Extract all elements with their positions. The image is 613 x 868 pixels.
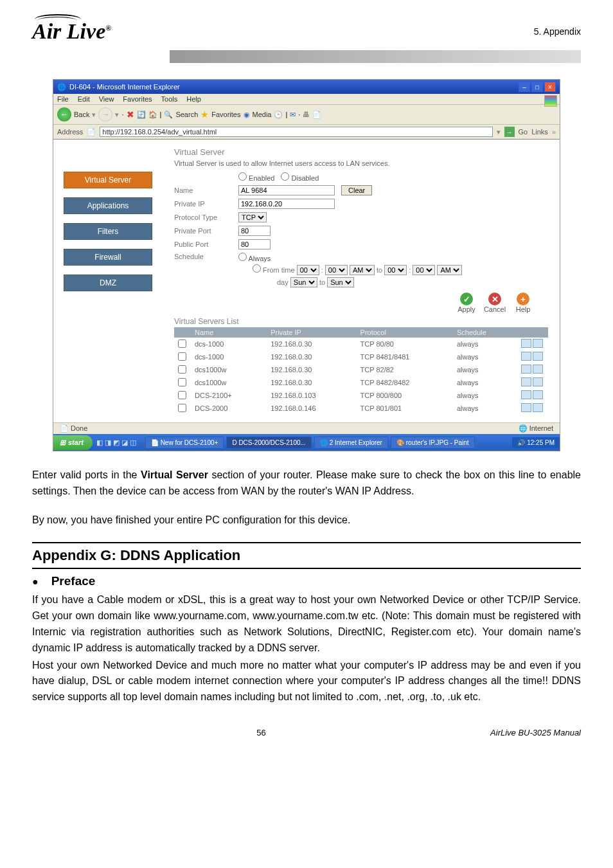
menu-tools[interactable]: Tools: [161, 95, 178, 103]
from-ampm-select[interactable]: AM: [350, 265, 375, 275]
menu-file[interactable]: File: [57, 95, 69, 103]
name-input[interactable]: [238, 185, 335, 195]
task-item[interactable]: 📄 New for DCS-2100+: [145, 437, 224, 449]
start-icon: ⊞: [60, 439, 66, 447]
cancel-button[interactable]: ✕: [488, 293, 501, 305]
history-icon[interactable]: 🕒: [274, 111, 283, 119]
to-ampm-select[interactable]: AM: [437, 265, 462, 275]
row-checkbox[interactable]: [178, 365, 186, 374]
edit-icon[interactable]: [521, 403, 531, 412]
from-day-select[interactable]: Sun: [290, 277, 317, 287]
links-label[interactable]: Links: [531, 128, 548, 136]
paragraph-2: By now, you have finished your entire PC…: [32, 512, 581, 529]
edit-icon[interactable]: [521, 377, 531, 386]
public-port-input[interactable]: [238, 239, 271, 249]
nav-dmz[interactable]: DMZ: [64, 275, 152, 291]
from-hour-select[interactable]: 00: [297, 265, 319, 275]
appendix-label: 5. Appendix: [534, 26, 581, 37]
private-port-label: Private Port: [174, 227, 232, 235]
ie-throbber-icon: [544, 95, 557, 107]
row-checkbox[interactable]: [178, 339, 186, 348]
edit-icon[interactable]: 📄: [312, 111, 321, 119]
page-footer: 56 AirLive BU-3025 Manual: [32, 728, 581, 737]
ie-menubar: File Edit View Favorites Tools Help: [53, 94, 560, 105]
row-checkbox[interactable]: [178, 352, 186, 361]
apply-button[interactable]: ✓: [460, 293, 473, 305]
quick-launch-icon[interactable]: ◩: [113, 439, 120, 447]
to-day-select[interactable]: Sun: [327, 277, 354, 287]
quick-launch-icon[interactable]: ◫: [130, 439, 136, 447]
menu-help[interactable]: Help: [186, 95, 201, 103]
refresh-icon[interactable]: 🔄: [137, 111, 146, 119]
menu-favorites[interactable]: Favorites: [123, 95, 152, 103]
to-hour-select[interactable]: 00: [384, 265, 407, 275]
delete-icon[interactable]: [533, 403, 543, 412]
table-row: dcs1000w192.168.0.30TCP 8482/8482always: [174, 376, 548, 389]
forward-button[interactable]: →: [98, 107, 112, 122]
airlive-logo: Air Live®: [32, 19, 111, 44]
back-button[interactable]: ←: [57, 107, 71, 122]
private-ip-input[interactable]: [238, 199, 335, 209]
disabled-radio[interactable]: Disabled: [281, 172, 319, 182]
print-icon[interactable]: 🖶: [303, 111, 310, 118]
media-label: Media: [253, 111, 272, 118]
menu-edit[interactable]: Edit: [78, 95, 90, 103]
menu-view[interactable]: View: [99, 95, 114, 103]
schedule-from-radio[interactable]: From: [253, 266, 280, 274]
home-icon[interactable]: 🏠: [148, 111, 157, 119]
media-icon[interactable]: ◉: [244, 111, 250, 119]
stop-icon[interactable]: ✖: [127, 109, 134, 120]
help-button[interactable]: +: [517, 293, 529, 305]
nav-filters[interactable]: Filters: [64, 223, 152, 240]
delete-icon[interactable]: [533, 339, 543, 348]
delete-icon[interactable]: [533, 352, 543, 361]
favorites-icon[interactable]: ★: [200, 109, 209, 120]
row-checkbox[interactable]: [178, 378, 186, 386]
minimize-button[interactable]: –: [519, 82, 530, 92]
row-checkbox[interactable]: [178, 404, 186, 412]
address-input[interactable]: [100, 127, 492, 137]
preface-heading: Preface: [51, 574, 96, 588]
quick-launch-icon[interactable]: ◨: [105, 439, 111, 447]
nav-virtual-server[interactable]: Virtual Server: [64, 172, 152, 188]
search-label: Search: [175, 111, 198, 118]
delete-icon[interactable]: [533, 377, 543, 386]
header-divider: [32, 50, 581, 63]
quick-launch-icon[interactable]: ◪: [121, 439, 128, 447]
task-item[interactable]: 🎨 router's IP.JPG - Paint: [391, 437, 475, 449]
nav-applications[interactable]: Applications: [64, 197, 152, 214]
task-item[interactable]: D DCS-2000/DCS-2100...: [226, 437, 312, 449]
delete-icon[interactable]: [533, 365, 543, 374]
delete-icon[interactable]: [533, 390, 543, 399]
taskbar: ⊞start ◧ ◨ ◩ ◪ ◫ 📄 New for DCS-2100+ D D…: [53, 434, 560, 451]
mail-icon[interactable]: ✉: [290, 111, 296, 119]
help-label: Help: [516, 305, 531, 313]
edit-icon[interactable]: [521, 339, 531, 348]
row-checkbox[interactable]: [178, 391, 186, 399]
apply-label: Apply: [458, 305, 475, 313]
task-item[interactable]: 🌐 2 Internet Explorer: [314, 437, 388, 449]
from-min-select[interactable]: 00: [325, 265, 348, 275]
go-button[interactable]: →: [504, 127, 515, 137]
clear-button[interactable]: Clear: [341, 185, 372, 195]
close-button[interactable]: ×: [544, 82, 556, 92]
name-label: Name: [174, 186, 232, 194]
private-port-input[interactable]: [238, 226, 271, 236]
maximize-button[interactable]: □: [531, 82, 543, 92]
edit-icon[interactable]: [521, 352, 531, 361]
start-button[interactable]: ⊞start: [53, 435, 93, 450]
enabled-radio[interactable]: Enabled: [238, 172, 274, 182]
quick-launch-icon[interactable]: ◧: [96, 439, 103, 447]
system-tray[interactable]: 🔊 12:25 PM: [512, 437, 560, 448]
public-port-label: Public Port: [174, 240, 232, 248]
edit-icon[interactable]: [521, 390, 531, 399]
status-bar: 📄 Done 🌐 Internet: [53, 422, 560, 434]
to-min-select[interactable]: 00: [413, 265, 435, 275]
sidenav: Virtual Server Applications Filters Fire…: [53, 140, 163, 422]
search-icon[interactable]: 🔍: [164, 111, 173, 119]
nav-firewall[interactable]: Firewall: [64, 249, 152, 266]
schedule-always-radio[interactable]: Always: [238, 255, 271, 262]
protocol-type-select[interactable]: TCP: [238, 212, 267, 222]
cancel-label: Cancel: [484, 305, 506, 313]
edit-icon[interactable]: [521, 365, 531, 374]
